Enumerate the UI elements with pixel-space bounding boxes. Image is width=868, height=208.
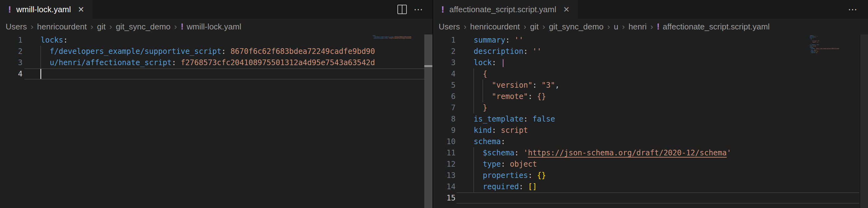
code-token: "remote"	[492, 92, 528, 101]
line-number[interactable]: 3	[0, 57, 23, 68]
breadcrumb-item[interactable]: git_sync_demo	[549, 22, 603, 32]
close-icon[interactable]: ✕	[78, 6, 85, 14]
code-token: $schema	[483, 149, 514, 157]
line-number[interactable]: 10	[433, 136, 456, 147]
yaml-file-icon: !	[441, 5, 444, 14]
code-token: schema	[474, 137, 501, 146]
code-token	[474, 70, 483, 78]
code-token: '	[523, 149, 528, 157]
breadcrumb-item[interactable]: henricourdent	[470, 22, 520, 32]
breadcrumb-separator-icon: ›	[607, 22, 610, 32]
breadcrumb-item[interactable]: henri	[628, 22, 647, 32]
vertical-scrollbar[interactable]	[424, 34, 432, 208]
code-token: f2768573cfc204108975501312a4d95e7543a635…	[181, 58, 375, 67]
line-number[interactable]: 15	[433, 192, 456, 204]
code-line[interactable]: 9kind: script	[433, 125, 868, 136]
code-line[interactable]: 2 f/developers_example/supportive_script…	[0, 46, 432, 57]
line-number[interactable]: 7	[433, 102, 456, 113]
code-token: :	[514, 149, 523, 157]
breadcrumb-separator-icon: ›	[31, 22, 33, 32]
code-token: properties	[483, 171, 528, 180]
code-line[interactable]: 10schema:	[433, 136, 868, 147]
code-line[interactable]: 7 }	[433, 102, 868, 113]
code-token: '	[727, 149, 731, 157]
split-editor-icon[interactable]	[397, 5, 407, 14]
code-token	[474, 103, 483, 112]
code-token: type	[483, 160, 501, 168]
breadcrumb-item[interactable]: henricourdent	[37, 22, 87, 32]
line-number[interactable]: 1	[0, 34, 23, 46]
breadcrumb-file-item[interactable]: !affectionate_script.script.yaml	[657, 22, 770, 32]
yaml-file-icon: !	[657, 22, 660, 32]
code-line[interactable]: 12 type: object	[433, 158, 868, 170]
code-token: :	[532, 81, 541, 89]
indent-guide	[483, 80, 483, 102]
breadcrumb-item[interactable]: Users	[439, 22, 460, 32]
breadcrumb-separator-icon: ›	[524, 22, 527, 32]
code-token: :	[505, 36, 514, 45]
code-token: {}	[537, 171, 546, 180]
line-number[interactable]: 13	[433, 170, 456, 181]
indent-guide	[473, 68, 474, 113]
code-token: {	[483, 70, 487, 78]
more-actions-icon[interactable]: ⋯	[414, 5, 424, 14]
code-line[interactable]: 2description: ''	[433, 46, 868, 57]
code-line[interactable]: 1summary: ''	[433, 34, 868, 46]
breadcrumb-item[interactable]: Users	[6, 22, 27, 32]
breadcrumb-item[interactable]: u	[614, 22, 618, 32]
minimap[interactable]: locks: f/developers_example/supportive_s…	[373, 35, 432, 41]
code-line[interactable]: 14 required: []	[433, 181, 868, 192]
line-number[interactable]: 2	[433, 46, 456, 57]
line-number[interactable]: 9	[433, 125, 456, 136]
schema-url-link[interactable]: https://json-schema.org/draft/2020-12/sc…	[528, 149, 727, 157]
breadcrumb-separator-icon: ›	[622, 22, 625, 32]
code-line[interactable]: 5 "version": "3",	[433, 80, 868, 91]
code-token: ''	[514, 36, 523, 45]
line-number[interactable]: 3	[433, 57, 456, 68]
line-number[interactable]: 4	[0, 68, 23, 80]
code-line-text: schema:	[474, 136, 505, 147]
tab-title: affectionate_script.script.yaml	[449, 5, 556, 14]
code-line[interactable]: 11 $schema: 'https://json-schema.org/dra…	[433, 147, 868, 158]
code-line[interactable]: 3lock: |	[433, 57, 868, 68]
code-line-text: summary: ''	[474, 34, 523, 46]
breadcrumb: Users›henricourdent›git›git_sync_demo›!w…	[0, 19, 432, 34]
breadcrumb-file-item[interactable]: !wmill-lock.yaml	[181, 22, 241, 32]
line-number[interactable]: 2	[0, 46, 23, 57]
code-line[interactable]: 6 "remote": {}	[433, 91, 868, 102]
code-token: |	[501, 58, 505, 67]
code-token: :	[492, 126, 501, 135]
code-token: lock	[474, 58, 492, 67]
line-number[interactable]: 4	[433, 68, 456, 80]
line-number[interactable]: 5	[433, 80, 456, 91]
breadcrumb-item[interactable]: git	[530, 22, 538, 32]
breadcrumb-item[interactable]: git_sync_demo	[116, 22, 170, 32]
code-token	[474, 160, 483, 168]
editor-content-right[interactable]: 1summary: ''2description: ''3lock: |4 {5…	[433, 34, 868, 204]
code-line[interactable]: 13 properties: {}	[433, 170, 868, 181]
code-line[interactable]: 8is_template: false	[433, 113, 868, 125]
code-line-text: u/henri/affectionate_script: f2768573cfc…	[41, 57, 375, 68]
code-line[interactable]: 4 {	[433, 68, 868, 80]
code-token: []	[528, 182, 537, 191]
code-token: "version"	[492, 81, 532, 89]
tab-wmill-lock[interactable]: ! wmill-lock.yaml ✕	[0, 0, 93, 19]
line-number[interactable]: 1	[433, 34, 456, 46]
breadcrumb-item[interactable]: git	[97, 22, 105, 32]
line-number[interactable]: 6	[433, 91, 456, 102]
line-number[interactable]: 8	[433, 113, 456, 125]
tab-affectionate-script[interactable]: ! affectionate_script.script.yaml ✕	[433, 0, 578, 19]
breadcrumb-separator-icon: ›	[110, 22, 112, 32]
code-line[interactable]: 3 u/henri/affectionate_script: f2768573c…	[0, 57, 432, 68]
vertical-scrollbar[interactable]	[860, 34, 868, 208]
close-icon[interactable]: ✕	[563, 6, 570, 14]
code-token: ''	[532, 47, 541, 56]
code-line[interactable]: 1locks:	[0, 34, 432, 46]
line-number[interactable]: 14	[433, 181, 456, 192]
more-actions-icon[interactable]: ⋯	[848, 5, 858, 14]
tabbar-left: ! wmill-lock.yaml ✕ ⋯	[0, 0, 432, 19]
line-number[interactable]: 12	[433, 158, 456, 170]
overview-ruler-cursor-marker	[424, 65, 432, 67]
code-token	[474, 182, 483, 191]
line-number[interactable]: 11	[433, 147, 456, 158]
